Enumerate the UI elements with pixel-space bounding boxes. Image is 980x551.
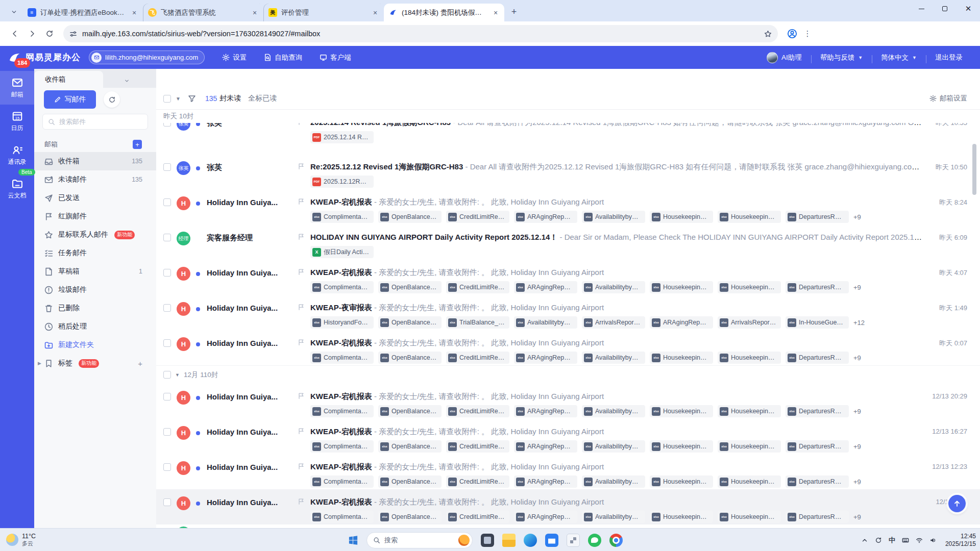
mail-row[interactable]: HHoliday Inn Guiya...KWEAP-宕机报表 - 亲爱的女士/… (156, 419, 980, 454)
more-attachments-count[interactable]: +9 (853, 443, 861, 450)
attachment-chip[interactable]: xlsxArrivalsReport_2... (582, 316, 645, 329)
attachment-chip[interactable]: xlsxCreditLimitRepo... (446, 405, 509, 417)
folder-item[interactable]: 垃圾邮件 (34, 281, 156, 299)
attachment-chip[interactable]: xlsxDeparturesRepo... (786, 281, 849, 293)
folder-item[interactable]: 红旗邮件 (34, 207, 156, 226)
compose-button[interactable]: 写邮件 (44, 90, 96, 109)
network-icon[interactable] (916, 537, 923, 544)
folder-item[interactable]: 任务邮件 (34, 244, 156, 262)
file-explorer-icon[interactable] (502, 534, 516, 547)
touch-keyboard-icon[interactable] (902, 537, 909, 544)
attachment-chip[interactable]: xlsxAvailabilitybyRo... (582, 211, 645, 223)
forward-icon[interactable] (24, 26, 40, 41)
hidden-icons-chevron-icon[interactable] (861, 537, 868, 544)
tab-close-icon[interactable]: × (130, 8, 139, 17)
more-attachments-count[interactable]: +9 (853, 284, 861, 291)
attachment-chip[interactable]: xlsxDeparturesRepo... (786, 352, 849, 364)
attachment-chip[interactable]: xlsxHousekeepingU... (718, 440, 781, 453)
flag-icon[interactable] (298, 123, 305, 126)
attachment-chip[interactable]: xlsxCreditLimitRepo... (446, 281, 509, 293)
attachment-chip[interactable]: PDF2025.12.14 Revis... (310, 131, 374, 143)
attachment-chip[interactable]: xlsxOpenBalanceRe... (378, 352, 442, 364)
group-header[interactable]: 昨天 10封 (156, 110, 980, 123)
attachment-chip[interactable]: xlsxOpenBalanceRe... (378, 211, 442, 223)
attachment-chip[interactable]: xlsxCreditLimitRepo... (446, 511, 509, 523)
attachment-chip[interactable]: xlsxAvailabilitybyRo... (582, 281, 645, 293)
mail-row[interactable]: HHoliday Inn Guiya...KWEAP-宕机报表 - 亲爱的女士/… (156, 189, 980, 224)
more-attachments-count[interactable]: +9 (853, 513, 861, 521)
attachment-chip[interactable]: xlsxHousekeepingU... (718, 281, 781, 293)
add-tag-button[interactable]: + (138, 359, 142, 368)
appbar-right-item[interactable]: AI助理 (757, 52, 811, 63)
attachment-chip[interactable]: xlsxOpenBalanceRe... (378, 281, 442, 293)
address-bar[interactable]: mailh.qiye.163.com/static/sirius-web/?ve… (63, 25, 778, 42)
flag-icon[interactable] (298, 498, 305, 505)
browser-tab-fliggy[interactable]: 飞飞猪酒店管理系统× (143, 4, 263, 21)
taskbar-search[interactable]: 搜索 (366, 532, 473, 548)
flag-icon[interactable] (298, 233, 305, 240)
more-attachments-count[interactable]: +9 (853, 408, 861, 415)
flag-icon[interactable] (298, 198, 305, 205)
attachment-chip[interactable]: xlsxHousekeepingU... (718, 511, 781, 523)
attachment-chip[interactable]: xlsxDeparturesRepo... (786, 405, 849, 417)
attachment-chip[interactable]: xlsxDeparturesRepo... (786, 440, 849, 453)
filter-icon[interactable] (188, 94, 196, 103)
mail-row[interactable]: HHoliday Inn Guiya...KWEAP-宕机报表 - 亲爱的女士/… (156, 330, 980, 365)
add-folder-button[interactable]: + (133, 140, 142, 149)
group-header[interactable]: ▼12月 110封 (156, 365, 980, 384)
appbar-right-item[interactable]: 退出登录 (926, 53, 972, 62)
attachment-chip[interactable]: xlsxHousekeepingR... (650, 511, 713, 523)
tab-search-icon[interactable] (7, 5, 20, 18)
attachment-chip[interactable]: xlsxARAgingReport_... (650, 316, 713, 329)
attachment-chip[interactable]: xlsxHousekeepingR... (650, 405, 713, 417)
mail-row[interactable]: 张英张英2025.12.14 Revised 1海旅假期GRC-H83 - De… (156, 123, 980, 154)
browser-profile-icon[interactable] (785, 27, 799, 41)
group-collapse-icon[interactable]: ▼ (175, 372, 180, 378)
mail-row[interactable]: 张英张英Re:2025.12.12 Revised 1海旅假期GRC-H83 -… (156, 154, 980, 189)
attachment-chip[interactable]: xlsxHousekeepingU... (718, 475, 781, 488)
appbar-item-gear[interactable]: 设置 (222, 53, 247, 62)
appbar-right-item[interactable]: 帮助与反馈▼ (811, 53, 872, 62)
attachment-chip[interactable]: xlsxComplimentary... (310, 211, 374, 223)
attachment-chip[interactable]: xlsxAvailabilitybyRo... (582, 440, 645, 453)
close-button[interactable]: ✕ (957, 0, 980, 17)
grid-app-icon[interactable] (567, 534, 580, 547)
attachment-chip[interactable]: xlsxARAgingReport... (514, 440, 577, 453)
bookmark-star-icon[interactable] (764, 30, 772, 38)
flag-icon[interactable] (298, 392, 305, 399)
attachment-chip[interactable]: xlsxHousekeepingR... (650, 211, 713, 223)
flag-icon[interactable] (298, 428, 305, 435)
chrome-icon[interactable] (609, 534, 623, 547)
row-checkbox[interactable] (163, 269, 171, 277)
volume-icon[interactable] (929, 537, 937, 544)
flag-icon[interactable] (298, 163, 305, 170)
rail-item-clouddoc[interactable]: Beta云文档 (0, 172, 34, 206)
folder-item[interactable]: 草稿箱1 (34, 262, 156, 281)
attachment-chip[interactable]: xlsxAvailabilitybyRo... (514, 316, 577, 329)
row-checkbox[interactable] (163, 198, 171, 206)
account-pill[interactable]: lilith.zhong@hihiexguiyang.com (89, 51, 205, 64)
browser-tab-meituan[interactable]: 美评价管理× (263, 4, 384, 21)
mail-row[interactable]: HHoliday Inn Guiya...KWEAP-夜审报表 - 亲爱的女士/… (156, 295, 980, 330)
refresh-mail-button[interactable] (104, 91, 120, 108)
attachment-chip[interactable]: xlsxComplimentary... (310, 352, 374, 364)
store-app-icon[interactable] (545, 534, 558, 547)
green-chat-app-icon[interactable] (588, 534, 601, 547)
attachment-chip[interactable]: xlsxHousekeepingR... (650, 352, 713, 364)
scrollbar-thumb[interactable] (972, 144, 976, 195)
attachment-chip[interactable]: xlsxOpenBalanceRe... (378, 511, 442, 523)
edge-icon[interactable] (524, 534, 537, 547)
folder-item[interactable]: 星标联系人邮件新功能 (34, 226, 156, 244)
row-checkbox[interactable] (163, 393, 171, 400)
row-checkbox[interactable] (163, 234, 171, 241)
flag-icon[interactable] (298, 304, 305, 311)
tabs-more-icon[interactable] (124, 78, 130, 84)
attachment-chip[interactable]: xlsxTrialBalance_202... (446, 316, 509, 329)
folder-item[interactable]: 已发送 (34, 189, 156, 207)
attachment-chip[interactable]: xlsxARAgingReport... (514, 405, 577, 417)
refresh-icon[interactable] (42, 26, 57, 41)
more-attachments-count[interactable]: +9 (853, 213, 861, 221)
mail-row[interactable]: HHoliday Inn Guiya...KWEAP-宕机报表 - 亲爱的女士/… (156, 384, 980, 419)
back-icon[interactable] (7, 26, 22, 41)
attachment-chip[interactable]: xlsxOpenBalanceRe... (378, 440, 442, 453)
